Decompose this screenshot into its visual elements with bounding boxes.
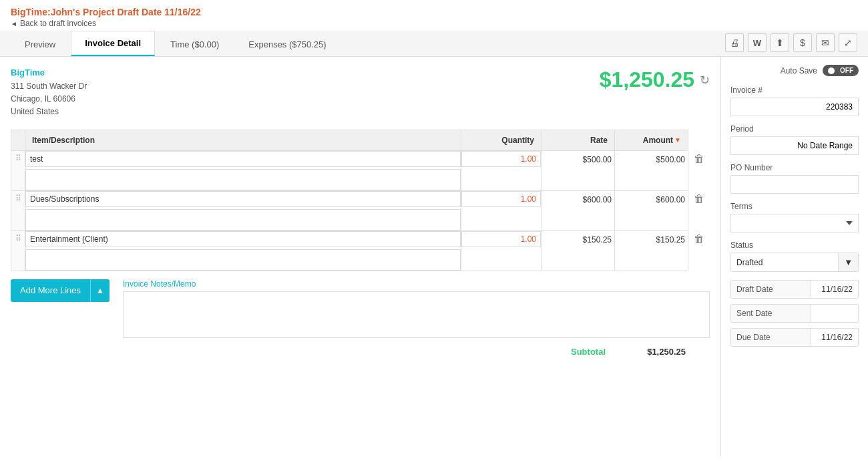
status-value: Drafted [731,254,838,271]
tabs-toolbar: 🖨 W ⬆ $ ✉ ⤢ [725,33,857,56]
col-description: Item/Description [25,130,461,150]
quantity-input[interactable] [461,151,541,167]
due-date-value: 11/16/22 [811,329,858,346]
memo-input[interactable] [25,169,461,190]
auto-save-label: Auto Save [781,66,817,75]
rate-value: $150.25 [541,231,614,249]
add-lines-group: Add More Lines ▲ [11,279,110,302]
notes-textarea[interactable] [123,291,710,338]
status-dropdown-button[interactable]: ▼ [838,253,858,271]
period-field: Period [730,124,859,155]
dollar-icon[interactable]: $ [793,33,812,52]
drag-handle[interactable]: ⠿ [11,191,25,206]
email-icon[interactable]: ✉ [816,33,835,52]
description-cell [25,150,461,190]
description-input[interactable] [25,191,461,207]
expand-icon[interactable]: ⤢ [839,33,857,52]
col-quantity: Quantity [461,130,541,150]
sent-date-label: Sent Date [731,305,811,322]
table-row: ⠿ $150.25 $150.25 🗑 [11,230,710,271]
quantity-cell [461,190,541,230]
address-line2: Chicago, IL 60606 [11,93,87,106]
col-amount: Amount ▼ [615,130,688,150]
terms-label: Terms [730,202,859,211]
auto-save-row: Auto Save OFF [730,65,859,76]
rate-value: $500.00 [541,151,614,168]
quantity-cell [461,230,541,271]
po-number-field: PO Number [730,163,859,194]
table-row: ⠿ $600.00 $600.00 🗑 [11,190,710,230]
amount-value: $600.00 [615,191,688,208]
rate-value: $600.00 [541,191,614,208]
delete-cell: 🗑 [688,190,710,230]
upload-icon[interactable]: ⬆ [771,33,789,52]
draft-date-row: Draft Date 11/16/22 [730,280,859,299]
subtotal-label: Subtotal [571,347,606,357]
company-address: 311 South Wacker Dr Chicago, IL 60606 Un… [11,80,87,119]
invoice-total: $1,250.25 [600,67,694,92]
delete-cell: 🗑 [688,150,710,190]
quantity-cell [461,150,541,190]
rate-cell: $600.00 [541,190,615,230]
period-label: Period [730,124,859,134]
word-icon[interactable]: W [748,33,767,52]
print-icon[interactable]: 🖨 [725,33,744,52]
refresh-icon[interactable]: ↻ [700,73,710,88]
company-info: BigTime 311 South Wacker Dr Chicago, IL … [11,67,87,119]
tab-invoice-detail[interactable]: Invoice Detail [71,31,155,56]
memo-input[interactable] [25,209,461,230]
description-cell [25,190,461,230]
quantity-input[interactable] [461,191,541,207]
po-number-input[interactable] [730,175,859,194]
invoice-table: Item/Description Quantity Rate Amount ▼ [11,130,710,271]
description-input[interactable] [25,231,461,247]
memo-input[interactable] [25,249,461,271]
col-rate: Rate [541,130,615,150]
draft-date-value: 11/16/22 [811,281,858,298]
drag-handle-cell: ⠿ [11,190,25,230]
amount-sort-icon[interactable]: ▼ [674,136,681,144]
status-label: Status [730,241,859,250]
amount-cell: $150.25 [615,230,688,271]
tab-expenses[interactable]: Expenses ($750.25) [234,32,340,56]
description-input[interactable] [25,151,461,167]
invoice-number-label: Invoice # [730,86,859,95]
tab-preview[interactable]: Preview [11,32,69,56]
status-field: Status Drafted ▼ [730,241,859,272]
invoice-number-input[interactable] [730,98,859,116]
content-area: BigTime 311 South Wacker Dr Chicago, IL … [0,57,721,456]
project-title: BigTime:John's Project Draft Date 11/16/… [11,7,857,17]
quantity-input[interactable] [461,231,541,247]
drag-handle-cell: ⠿ [11,230,25,271]
right-panel: Auto Save OFF Invoice # Period PO Number… [721,57,868,456]
delete-line-button[interactable]: 🗑 [691,150,707,168]
drag-handle[interactable]: ⠿ [11,151,25,166]
terms-select[interactable] [730,214,859,232]
tab-time[interactable]: Time ($0.00) [156,32,233,56]
add-more-lines-button[interactable]: Add More Lines [11,279,90,302]
amount-value: $150.25 [615,231,688,249]
tabs-bar: Preview Invoice Detail Time ($0.00) Expe… [0,31,868,57]
delete-line-button[interactable]: 🗑 [691,190,707,208]
subtotal-value: $1,250.25 [632,347,686,357]
invoice-number-field: Invoice # [730,86,859,116]
drag-handle[interactable]: ⠿ [11,231,25,246]
auto-save-toggle[interactable]: OFF [823,65,859,76]
invoice-total-block: $1,250.25 ↻ [600,67,710,92]
due-date-label: Due Date [731,329,811,346]
delete-line-button[interactable]: 🗑 [691,230,707,248]
draft-date-label: Draft Date [731,281,811,298]
notes-label: Invoice Notes/Memo [123,279,710,289]
address-line1: 311 South Wacker Dr [11,80,87,93]
period-input[interactable] [730,136,859,155]
sent-date-row: Sent Date [730,304,859,323]
bottom-area: Add More Lines ▲ Invoice Notes/Memo [11,279,710,340]
main-layout: BigTime 311 South Wacker Dr Chicago, IL … [0,57,868,456]
add-lines-dropdown-button[interactable]: ▲ [90,279,110,302]
company-header: BigTime 311 South Wacker Dr Chicago, IL … [11,67,710,119]
back-link[interactable]: Back to draft invoices [11,19,857,28]
company-name[interactable]: BigTime [11,67,87,77]
amount-cell: $500.00 [615,150,688,190]
terms-field: Terms [730,202,859,232]
drag-handle-cell: ⠿ [11,150,25,190]
